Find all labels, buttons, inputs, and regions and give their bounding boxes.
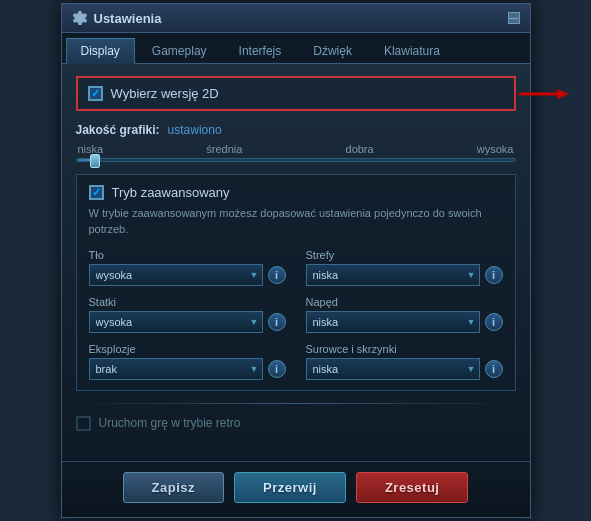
dropdown-label-statki: Statki xyxy=(89,296,286,308)
dropdown-eksplozje[interactable]: brak xyxy=(89,358,263,380)
dropdown-group-tlo: Tło wysoka ▼ i xyxy=(89,249,286,286)
retro-label: Uruchom grę w trybie retro xyxy=(99,416,241,430)
info-btn-statki[interactable]: i xyxy=(268,313,286,331)
tab-gameplay[interactable]: Gameplay xyxy=(137,38,222,64)
title-bar-left: Ustawienia xyxy=(72,10,162,26)
info-btn-naped[interactable]: i xyxy=(485,313,503,331)
settings-dialog: Ustawienia — Display Gameplay Interfejs … xyxy=(61,3,531,518)
quality-level-1: średnia xyxy=(206,143,242,155)
dropdown-statki[interactable]: wysoka xyxy=(89,311,263,333)
quality-slider-track[interactable] xyxy=(76,158,516,162)
red-arrow-annotation xyxy=(519,84,569,104)
dropdown-strefy[interactable]: niska xyxy=(306,264,480,286)
tab-interfejs[interactable]: Interfejs xyxy=(224,38,297,64)
dropdown-group-naped: Napęd niska ▼ i xyxy=(306,296,503,333)
dropdown-group-eksplozje: Eksplozje brak ▼ i xyxy=(89,343,286,380)
advanced-header: Tryb zaawansowany xyxy=(89,185,503,200)
tab-klawiatura[interactable]: Klawiatura xyxy=(369,38,455,64)
version-2d-label: Wybierz wersję 2D xyxy=(111,86,219,101)
info-btn-eksplozje[interactable]: i xyxy=(268,360,286,378)
quality-level-2: dobra xyxy=(346,143,374,155)
gear-icon xyxy=(72,10,88,26)
quality-level-3: wysoka xyxy=(477,143,514,155)
info-btn-tlo[interactable]: i xyxy=(268,266,286,284)
retro-section: Uruchom grę w trybie retro xyxy=(76,412,516,435)
dropdown-label-naped: Napęd xyxy=(306,296,503,308)
tab-dzwiek[interactable]: Dźwięk xyxy=(298,38,367,64)
dropdown-row-naped: niska ▼ i xyxy=(306,311,503,333)
advanced-title: Tryb zaawansowany xyxy=(112,185,230,200)
minimize-button[interactable]: — xyxy=(508,12,520,24)
dropdown-wrapper-tlo: wysoka ▼ xyxy=(89,264,263,286)
quality-label: Jakość grafiki: xyxy=(76,123,160,137)
dropdown-row-statki: wysoka ▼ i xyxy=(89,311,286,333)
advanced-desc: W trybie zaawansowanym możesz dopasować … xyxy=(89,206,503,237)
reset-button[interactable]: Zresetuj xyxy=(356,472,469,503)
slider-thumb[interactable] xyxy=(90,154,100,168)
dropdown-group-surowce: Surowce i skrzynki niska ▼ i xyxy=(306,343,503,380)
retro-checkbox[interactable] xyxy=(76,416,91,431)
dropdown-wrapper-strefy: niska ▼ xyxy=(306,264,480,286)
dropdown-label-eksplozje: Eksplozje xyxy=(89,343,286,355)
quality-value: ustawiono xyxy=(168,123,222,137)
dropdown-wrapper-eksplozje: brak ▼ xyxy=(89,358,263,380)
quality-slider-row: niska średnia dobra wysoka xyxy=(76,143,516,162)
dropdown-wrapper-naped: niska ▼ xyxy=(306,311,480,333)
version-2d-section: Wybierz wersję 2D xyxy=(76,76,516,111)
dropdown-group-strefy: Strefy niska ▼ i xyxy=(306,249,503,286)
dropdown-row-strefy: niska ▼ i xyxy=(306,264,503,286)
dropdown-naped[interactable]: niska xyxy=(306,311,480,333)
info-btn-surowce[interactable]: i xyxy=(485,360,503,378)
info-btn-strefy[interactable]: i xyxy=(485,266,503,284)
dropdown-label-strefy: Strefy xyxy=(306,249,503,261)
dropdown-row-eksplozje: brak ▼ i xyxy=(89,358,286,380)
button-row: Zapisz Przerwij Zresetuj xyxy=(62,461,530,517)
tab-display[interactable]: Display xyxy=(66,38,135,64)
svg-marker-1 xyxy=(557,89,569,99)
quality-header: Jakość grafiki: ustawiono xyxy=(76,123,516,137)
slider-labels: niska średnia dobra wysoka xyxy=(76,143,516,155)
advanced-section: Tryb zaawansowany W trybie zaawansowanym… xyxy=(76,174,516,391)
dropdown-row-surowce: niska ▼ i xyxy=(306,358,503,380)
dropdown-label-tlo: Tło xyxy=(89,249,286,261)
advanced-checkbox[interactable] xyxy=(89,185,104,200)
dropdown-surowce[interactable]: niska xyxy=(306,358,480,380)
quality-section: Jakość grafiki: ustawiono niska średnia … xyxy=(76,123,516,162)
save-button[interactable]: Zapisz xyxy=(123,472,224,503)
dropdown-wrapper-statki: wysoka ▼ xyxy=(89,311,263,333)
divider xyxy=(76,403,516,404)
pause-button[interactable]: Przerwij xyxy=(234,472,346,503)
title-bar: Ustawienia — xyxy=(62,4,530,33)
dialog-title: Ustawienia xyxy=(94,11,162,26)
version-2d-checkbox[interactable] xyxy=(88,86,103,101)
content-area: Wybierz wersję 2D Jakość grafiki: ustawi… xyxy=(62,64,530,461)
dropdown-tlo[interactable]: wysoka xyxy=(89,264,263,286)
tabs-bar: Display Gameplay Interfejs Dźwięk Klawia… xyxy=(62,33,530,64)
dropdown-label-surowce: Surowce i skrzynki xyxy=(306,343,503,355)
dropdown-row-tlo: wysoka ▼ i xyxy=(89,264,286,286)
dropdown-group-statki: Statki wysoka ▼ i xyxy=(89,296,286,333)
dropdown-wrapper-surowce: niska ▼ xyxy=(306,358,480,380)
dropdowns-grid: Tło wysoka ▼ i Strefy xyxy=(89,249,503,380)
